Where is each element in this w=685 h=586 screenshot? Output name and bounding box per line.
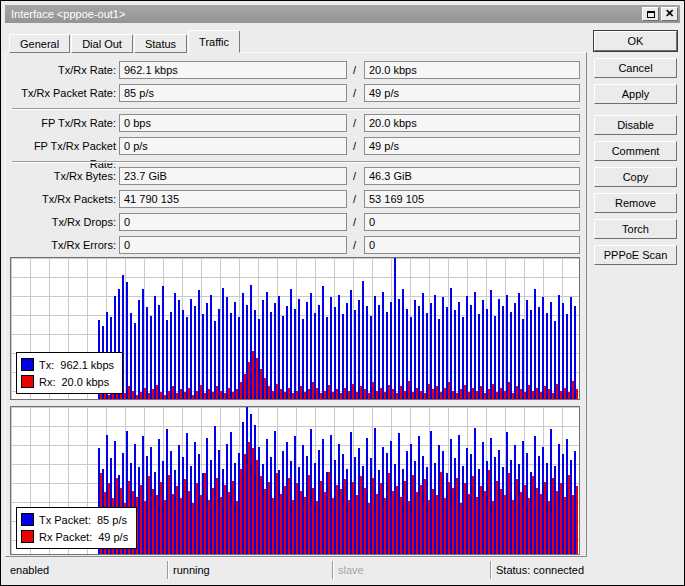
chart-bar [566,314,568,399]
chart-bar [288,478,290,554]
slash-separator: / [353,167,356,185]
chart-bar [196,483,198,554]
comment-button[interactable]: Comment [594,141,677,161]
txrx-errors-tx-field[interactable]: 0 [119,236,347,254]
chart-bar [180,389,182,399]
chart-bar [520,389,522,399]
tab-general[interactable]: General [9,34,70,53]
chart-bar [164,395,166,399]
chart-bar [192,395,194,399]
apply-button[interactable]: Apply [594,84,677,104]
chart-bar [268,386,270,399]
chart-bar [504,495,506,554]
chart-bar [322,286,324,399]
txrx-bytes-rx-field[interactable]: 46.3 GiB [364,167,580,185]
chart-bar [502,306,504,399]
chart-bar [418,306,420,399]
txrx-rate-tx-field[interactable]: 962.1 kbps [119,61,347,79]
chart-bar [410,317,412,399]
txrx-packets-tx-field[interactable]: 41 790 135 [119,190,347,208]
chart-bar [226,297,228,399]
rx-color-swatch [21,375,34,388]
txrx-bytes-tx-field[interactable]: 23.7 GiB [119,167,347,185]
chart-bar [494,316,496,399]
slash-separator: / [353,61,356,79]
chart-bar [270,312,272,399]
chart-bar [220,497,222,554]
chart-bar [440,392,442,399]
group-separator [12,108,580,110]
chart-bar [324,391,326,399]
chart-bar [140,485,142,554]
chart-bar [252,351,254,399]
chart-bar [178,300,180,399]
row-txrx-errors: Tx/Rx Errors: 0 / 0 [6,236,586,254]
remove-button[interactable]: Remove [594,193,677,213]
chart-bar [436,495,438,554]
chart-bar [160,392,162,399]
txrx-packet-rate-rx-field[interactable]: 49 p/s [364,84,580,102]
ok-button[interactable]: OK [594,31,677,51]
chart-bar [520,492,522,554]
chart-bar [204,393,206,399]
chart-bar [572,495,574,554]
chart-bar [508,473,510,554]
fp-txrx-rate-tx-field[interactable]: 0 bps [119,114,347,132]
copy-button[interactable]: Copy [594,167,677,187]
chart-bar [134,323,136,399]
chart-bar [352,384,354,400]
fp-txrx-packet-rate-tx-field[interactable]: 0 p/s [119,137,347,155]
titlebar[interactable]: Interface <pppoe-out1> ✕ [5,5,680,23]
pppoe-scan-button[interactable]: PPPoE Scan [594,245,677,265]
txrx-packets-rx-field[interactable]: 53 169 105 [364,190,580,208]
chart-bar [304,392,306,399]
chart-bar [192,503,194,554]
chart-bar [400,386,402,399]
tx-packet-legend-label: Tx Packet: [39,514,91,526]
chart-bar [420,485,422,554]
chart-bar [280,494,282,554]
chart-bar [328,472,330,554]
chart-bar [388,385,390,399]
txrx-packet-rate-tx-field[interactable]: 85 p/s [119,84,347,102]
fp-txrx-rate-rx-field[interactable]: 20.0 kbps [364,114,580,132]
txrx-drops-tx-field[interactable]: 0 [119,213,347,231]
chart-bar [306,302,308,399]
chart-bar [500,489,502,554]
torch-button[interactable]: Torch [594,219,677,239]
slash-separator: / [353,213,356,231]
chart-bar [174,293,176,399]
cancel-button[interactable]: Cancel [594,58,677,78]
chart-bar [176,393,178,399]
txrx-drops-rx-field[interactable]: 0 [364,213,580,231]
chart-bar [404,481,406,555]
chart-bar [558,295,560,399]
chart-bar [188,388,190,399]
chart-bar [204,473,206,554]
disable-button[interactable]: Disable [594,115,677,135]
chart-bar [256,460,258,554]
close-button[interactable]: ✕ [661,7,678,21]
txrx-errors-rx-field[interactable]: 0 [364,236,580,254]
chart-bar [166,320,168,399]
chart-bar [548,389,550,399]
chart-bar [360,476,362,554]
chart-bar [290,289,292,399]
chart-bar [294,309,296,399]
chart-bar [288,388,290,399]
txrx-rate-rx-field[interactable]: 20.0 kbps [364,61,580,79]
chart-bar [268,482,270,554]
chart-bar [152,389,154,399]
fp-txrx-packet-rate-rx-field[interactable]: 49 p/s [364,137,580,155]
chart-bar [392,491,394,554]
chart-bar [348,500,350,554]
chart-bar [202,314,204,399]
row-fp-txrx-packet-rate: FP Tx/Rx Packet Rate: 0 p/s / 49 p/s [6,137,586,155]
maximize-button[interactable] [642,7,659,21]
tab-status[interactable]: Status [134,34,187,53]
tab-dial-out[interactable]: Dial Out [71,34,133,53]
chart-bar [272,498,274,554]
txrx-packets-label: Tx/Rx Packets: [6,190,116,208]
chart-bar [150,316,152,399]
tab-traffic[interactable]: Traffic [188,30,240,53]
